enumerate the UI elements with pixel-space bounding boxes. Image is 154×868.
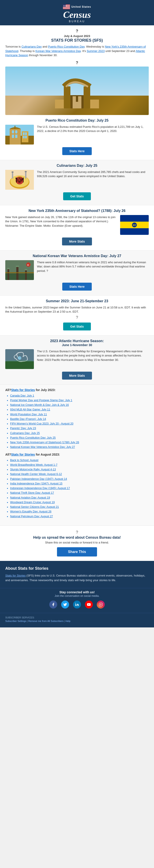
culinarians-content: The 2021 American Community Survey estim… [5,170,149,190]
svg-rect-49 [120,228,149,235]
list-item[interactable]: National Thrift Store Day: August 17 [10,491,149,495]
new-york-text: New York gained statehood on July 26, 17… [5,215,117,228]
svg-point-46 [25,171,27,172]
svg-rect-13 [63,9,70,9]
svg-rect-62 [5,272,34,273]
hurricane-btn-container: More Stats [5,372,149,380]
sfs-link[interactable]: Stats for Stories [5,574,26,577]
help-link[interactable]: Help [66,620,71,622]
united-states-label: United States [71,5,91,8]
list-item[interactable]: National Petroleum Day: August 27 [10,514,149,519]
list-item[interactable]: National Korean War Veterans Armistice D… [10,445,149,450]
list-item[interactable]: Pakistan Independence Day (1947): August… [10,477,149,482]
stay-connected-text: Stay connected with us! [5,590,149,594]
august-list-heading: All?Stats for Stories for August 2023: [5,453,149,456]
svg-rect-54 [7,269,9,280]
svg-rect-59 [25,269,27,270]
list-item[interactable]: Indonesian Independence Day (1945): Augu… [10,486,149,491]
svg-rect-17 [64,86,70,108]
svg-rect-9 [63,7,70,8]
sfs-title: STATS FOR STORIES (SFS) [5,38,149,43]
new-york-stats-btn[interactable]: More Stats [62,238,92,245]
hurricane-stats-btn[interactable]: More Stats [62,372,92,380]
summer-stats-btn[interactable]: Get Stats [63,322,91,331]
linkedin-icon[interactable] [73,600,81,609]
list-item[interactable]: 93rd MLB All-Star Game: July 11 [10,407,149,412]
logo-top-line: ★★★ United States [63,4,91,9]
list-item[interactable]: World Breastfeeding Week: August 1-7 [10,463,149,467]
korean-war-link[interactable]: Korean War Veterans Armistice Day [35,49,81,53]
list-item[interactable]: Postal Worker Day and Postage Stamp Day:… [10,398,149,403]
lists-section: All?Stats for Stories for July 2023: Can… [0,385,154,525]
list-item[interactable]: FIFA Women's World Cup 2023: July 20 - A… [10,422,149,426]
list-item[interactable]: Sturgis Motorcycle Rally: August 4-13 [10,467,149,472]
list-item[interactable]: Women's Equality Day: August 26 [10,509,149,514]
list-item[interactable]: Parents' Day: July 23 [10,426,149,431]
puerto-rico-stats-btn[interactable]: Stats Here [62,147,91,155]
list-item[interactable]: Bastille Day (France): July 14 [10,417,149,422]
korean-war-text: There were 0.8 million American veterans… [37,260,149,273]
list-item[interactable]: Canada Day: July 1 [10,394,149,398]
korean-war-content: ★ There were 0.8 million American vetera… [5,260,149,280]
list-item[interactable]: Back to School: August [10,458,149,463]
culinarians-link[interactable]: Culinarians Day [22,45,42,48]
hero-image-section [0,65,154,115]
culinarians-title: Culinarians Day: July 25 [5,164,149,168]
summer-btn-container: Get Stats [5,322,149,331]
summer-section: Summer 2023: June 21-September 23 In the… [0,296,154,336]
svg-rect-30 [14,126,15,129]
svg-rect-45 [25,172,27,179]
list-item[interactable]: India Independence Day (1947): August 15 [10,482,149,486]
list-item[interactable]: National Aviation Day: August 19 [10,495,149,500]
hurricane-section: 2023 Atlantic Hurricane Season: June 1-N… [0,336,154,385]
svg-rect-27 [15,130,17,133]
list-item[interactable]: World Population Day: July 11 [10,412,149,417]
list-item[interactable]: Culinarians Day: July 25 [10,431,149,436]
list-item[interactable]: National Health Center Week: August 6-12 [10,472,149,476]
footer-text: SUBSCRIBER SERVICES: Subscriber Settings… [5,616,149,623]
puerto-rico-content: The U.S. Census Bureau estimated Puerto … [5,125,149,145]
remove-link[interactable]: Remove me from All Subscribers [28,620,63,622]
list-item[interactable]: National Senior Citizens Day: August 21 [10,505,149,509]
facebook-icon[interactable] [49,600,57,609]
youtube-icon[interactable] [85,600,93,609]
list-item[interactable]: Woodward Dream Cruise: August 19 [10,500,149,505]
culinarians-image [5,170,34,190]
svg-rect-35 [25,136,27,138]
korean-war-section: National Korean War Veterans Armistice D… [0,250,154,296]
bureau-wordmark: Bureau [63,20,91,23]
new-york-content: New York gained statehood on July 26, 17… [5,215,149,235]
list-item[interactable]: National Ice Cream Month & Day: July & J… [10,403,149,407]
summer-content: In the United States, summer 2023 began … [5,305,149,314]
svg-point-65 [18,356,21,360]
puerto-rico-text: The U.S. Census Bureau estimated Puerto … [37,125,149,133]
summer-title: Summer 2023: June 21-September 23 [5,299,149,303]
culinary-svg [5,170,34,190]
puerto-rico-image [5,125,34,145]
july-sfs-link[interactable]: Stats for Stories [11,388,35,392]
svg-text:★: ★ [27,264,29,266]
subscribe-settings-link[interactable]: Subscriber Settings [5,620,26,622]
svg-rect-21 [78,96,81,102]
about-text: Stats for Stories (SFS) links you to U.S… [5,574,149,583]
culinarians-text: The 2021 American Community Survey estim… [37,170,149,179]
svg-point-42 [18,176,21,179]
share-button[interactable]: Share This [57,547,97,557]
summer-link[interactable]: Summer 2023 [87,49,105,53]
korean-svg: ★ [5,260,34,280]
share-heading: Help us spread the word about Census Bur… [5,535,149,539]
svg-rect-18 [84,86,90,108]
korean-war-stats-btn[interactable]: Stats Here [62,283,91,290]
svg-rect-53 [5,273,34,280]
august-sfs-link[interactable]: Stats for Stories [11,453,35,456]
culinarians-section: Culinarians Day: July 25 The 2021 Am [0,160,154,205]
instagram-icon[interactable] [97,600,105,609]
list-item[interactable]: New York 235th Anniversary of Statehood … [10,440,149,445]
pr-constitution-link[interactable]: Puerto Rico Constitution Day [48,45,84,48]
summer-question-mark: ? [5,315,149,320]
list-item[interactable]: Puerto Rico Constitution Day: July 25 [10,436,149,440]
culinarians-stats-btn[interactable]: Get Stats [63,192,91,200]
twitter-icon[interactable] [61,600,69,609]
svg-rect-34 [23,136,25,138]
svg-rect-26 [12,130,14,133]
